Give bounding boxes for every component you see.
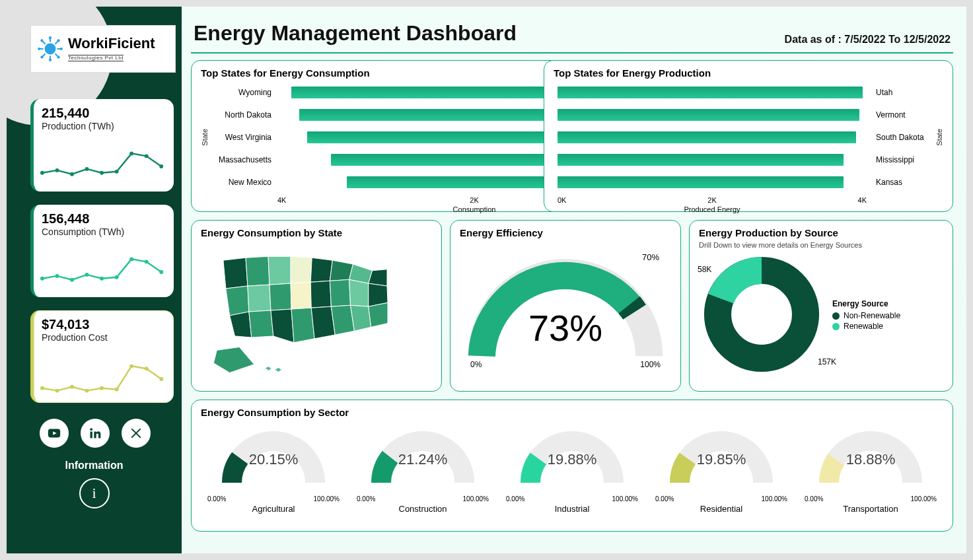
brand-name: WorkiFicient bbox=[68, 36, 155, 51]
svg-point-22 bbox=[115, 170, 119, 174]
legend-label: Renewable bbox=[844, 322, 883, 331]
svg-point-14 bbox=[57, 56, 60, 59]
chart-subtitle: Drill Down to view more details on Energ… bbox=[699, 241, 943, 249]
svg-point-10 bbox=[49, 59, 52, 61]
x-tick: 2K bbox=[470, 196, 478, 204]
svg-point-43 bbox=[159, 377, 163, 381]
information-button[interactable]: i bbox=[79, 478, 110, 508]
x-tick: 4K bbox=[277, 196, 286, 204]
date-range-value: 7/5/2022 To 12/5/2022 bbox=[844, 34, 951, 45]
bar-label: New Mexico bbox=[209, 178, 271, 187]
donut-chart bbox=[699, 252, 824, 377]
sector-gauge-row: 20.15% 0.00%100.00% Agricultural 21.24% … bbox=[201, 423, 943, 514]
svg-point-46 bbox=[90, 428, 92, 431]
svg-point-29 bbox=[85, 273, 89, 277]
svg-point-34 bbox=[159, 270, 163, 274]
sector-gauge[interactable]: 19.85% 0.00%100.00% Residential bbox=[649, 423, 794, 514]
sector-value: 19.88% bbox=[499, 451, 645, 468]
kpi-sparkline bbox=[39, 252, 168, 292]
gauge-min: 0.00% bbox=[655, 495, 674, 503]
svg-point-42 bbox=[145, 367, 149, 370]
gauge-max: 100.00% bbox=[612, 495, 638, 503]
app-root: WorkiFicient Technologies Pvt Ltd 215,44… bbox=[7, 7, 966, 553]
date-range-prefix: Data as of : bbox=[785, 34, 845, 45]
brand-tagline: Technologies Pvt Ltd bbox=[68, 55, 124, 61]
gauge-max: 100.00% bbox=[762, 495, 787, 503]
sector-label: Agricultural bbox=[201, 504, 346, 514]
kpi-stack: 215,440 Production (TWh) 156,448 Consump… bbox=[30, 99, 174, 403]
sector-label: Construction bbox=[350, 504, 495, 514]
information-block: Information i bbox=[7, 460, 182, 508]
gauge-min: 0.00% bbox=[805, 495, 823, 503]
svg-point-26 bbox=[40, 277, 44, 281]
y-axis-labels: Utah Vermont South Dakota Mississippi Ka… bbox=[876, 81, 935, 193]
svg-point-23 bbox=[129, 151, 133, 155]
kpi-card-production-cost[interactable]: $74,013 Production Cost bbox=[30, 310, 174, 403]
us-map-icon bbox=[201, 241, 432, 382]
youtube-icon[interactable] bbox=[40, 419, 69, 448]
kpi-value: 156,448 bbox=[42, 211, 166, 227]
svg-point-36 bbox=[55, 389, 59, 393]
svg-point-19 bbox=[70, 172, 74, 176]
x-tick: 0K bbox=[558, 196, 566, 204]
card-map[interactable]: Energy Consumption by State bbox=[191, 220, 442, 392]
bar-label: North Dakota bbox=[209, 110, 271, 120]
svg-point-16 bbox=[40, 56, 43, 59]
svg-point-17 bbox=[40, 171, 44, 175]
bar[interactable] bbox=[558, 176, 844, 188]
svg-point-30 bbox=[100, 277, 104, 281]
sector-gauge[interactable]: 20.15% 0.00%100.00% Agricultural bbox=[201, 423, 346, 514]
date-range: Data as of : 7/5/2022 To 12/5/2022 bbox=[785, 34, 951, 46]
card-top-production[interactable]: Top States for Energy Production Utah Ve… bbox=[544, 60, 953, 212]
dashboard-grid: Top States for Energy Consumption State … bbox=[191, 60, 953, 544]
card-production-source[interactable]: Energy Production by Source Drill Down t… bbox=[689, 220, 953, 392]
card-sector[interactable]: Energy Consumption by Sector 20.15% 0.00… bbox=[191, 400, 953, 532]
kpi-card-production[interactable]: 215,440 Production (TWh) bbox=[30, 99, 174, 192]
sector-gauge[interactable]: 19.88% 0.00%100.00% Industrial bbox=[499, 423, 645, 514]
brand-mark-icon bbox=[36, 35, 64, 63]
bar-label: Vermont bbox=[876, 110, 935, 120]
svg-point-11 bbox=[38, 48, 40, 50]
svg-point-15 bbox=[57, 39, 60, 42]
sector-gauge[interactable]: 18.88% 0.00%100.00% Transportation bbox=[798, 423, 943, 514]
sector-gauge[interactable]: 21.24% 0.00%100.00% Construction bbox=[350, 423, 495, 514]
legend-item[interactable]: Renewable bbox=[832, 322, 900, 331]
legend-item[interactable]: Non-Renewable bbox=[832, 311, 900, 320]
gauge-min: 0.00% bbox=[207, 495, 226, 503]
sector-label: Transportation bbox=[798, 504, 943, 514]
y-axis-title: State bbox=[201, 129, 209, 146]
bar[interactable] bbox=[558, 131, 856, 143]
bar[interactable] bbox=[558, 154, 844, 166]
svg-point-13 bbox=[40, 39, 43, 42]
bar-label: Wyoming bbox=[209, 88, 271, 97]
card-efficiency[interactable]: Energy Efficiency 70% 73% 0% 100% bbox=[450, 220, 681, 392]
kpi-label: Consumption (TWh) bbox=[42, 227, 166, 237]
bar-label: Utah bbox=[876, 88, 935, 97]
gauge-min: 0.00% bbox=[506, 495, 524, 503]
kpi-sparkline bbox=[39, 147, 168, 186]
gauge-max: 100.00% bbox=[314, 495, 340, 503]
donut-label-renewable: 58K bbox=[698, 265, 711, 274]
chart-title: Energy Consumption by Sector bbox=[201, 407, 943, 418]
information-title: Information bbox=[7, 460, 182, 472]
linkedin-icon[interactable] bbox=[81, 419, 110, 448]
bar[interactable] bbox=[558, 109, 859, 121]
kpi-card-consumption[interactable]: 156,448 Consumption (TWh) bbox=[30, 205, 174, 297]
x-twitter-icon[interactable] bbox=[122, 419, 151, 448]
bar-label: West Virginia bbox=[209, 133, 271, 142]
x-tick: 4K bbox=[858, 196, 867, 204]
svg-point-9 bbox=[49, 36, 52, 39]
svg-point-35 bbox=[40, 386, 44, 390]
chart-title: Energy Efficiency bbox=[460, 227, 671, 238]
bar[interactable] bbox=[558, 87, 863, 98]
svg-point-41 bbox=[129, 364, 133, 368]
page-title: Energy Management Dashboard bbox=[194, 21, 517, 46]
svg-point-12 bbox=[60, 48, 63, 50]
chart-title: Energy Consumption by State bbox=[201, 227, 432, 238]
bar-label: Massachusetts bbox=[209, 155, 271, 164]
legend-swatch bbox=[832, 323, 840, 330]
gauge-max: 100% bbox=[640, 360, 661, 369]
svg-rect-45 bbox=[90, 432, 92, 438]
donut-legend: Energy Source Non-Renewable Renewable bbox=[832, 299, 900, 332]
svg-point-40 bbox=[115, 388, 119, 392]
